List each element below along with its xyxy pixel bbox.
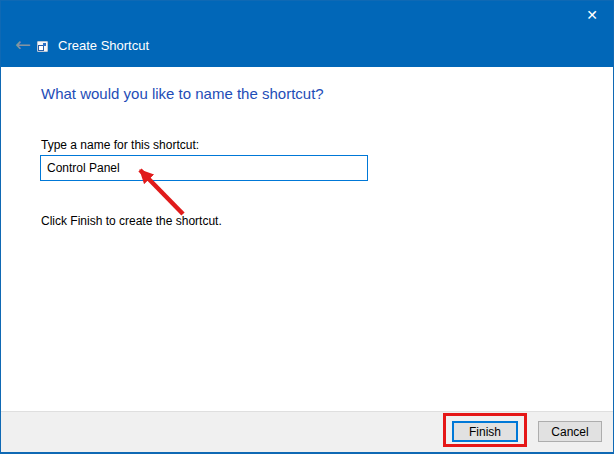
finish-button[interactable]: Finish bbox=[452, 421, 518, 442]
button-bar bbox=[1, 411, 613, 452]
back-button[interactable]: ← bbox=[10, 32, 36, 56]
window-title: Create Shortcut bbox=[58, 38, 149, 53]
cancel-button[interactable]: Cancel bbox=[538, 421, 602, 442]
shortcut-file-icon bbox=[37, 41, 48, 52]
shortcut-name-input[interactable] bbox=[40, 155, 368, 181]
close-button[interactable]: ✕ bbox=[576, 3, 608, 27]
close-icon: ✕ bbox=[586, 7, 598, 23]
wizard-header: ✕ ← Create Shortcut bbox=[1, 1, 613, 67]
page-title: What would you like to name the shortcut… bbox=[41, 85, 324, 102]
instruction-text: Click Finish to create the shortcut. bbox=[41, 214, 222, 228]
shortcut-name-label: Type a name for this shortcut: bbox=[41, 138, 199, 152]
create-shortcut-window: ✕ ← Create Shortcut What would you like … bbox=[0, 0, 614, 454]
back-arrow-icon: ← bbox=[15, 33, 31, 55]
shortcut-icon-detail bbox=[43, 43, 46, 46]
